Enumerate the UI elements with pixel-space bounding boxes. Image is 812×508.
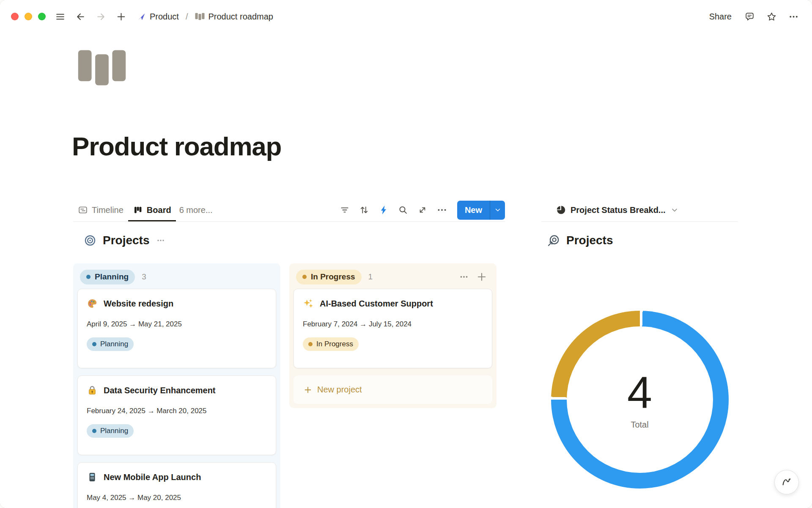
view-tabs-bar: Timeline Board 6 more... <box>73 199 505 222</box>
column-status-pill[interactable]: In Progress <box>296 270 362 284</box>
app-window: Product / Product roadmap Share <box>0 0 812 508</box>
panel-header[interactable]: Project Status Breakd... <box>541 199 738 222</box>
breadcrumb-page-label: Product roadmap <box>208 12 273 22</box>
card-dates: February 24, 2025 → March 20, 2025 <box>87 407 267 415</box>
new-dropdown-button[interactable] <box>490 201 505 220</box>
card-title: Website redesign <box>104 299 173 309</box>
expand-icon <box>417 204 428 215</box>
breadcrumb: Product / Product roadmap <box>134 10 276 23</box>
status-dot <box>308 342 313 346</box>
dart-icon <box>137 12 146 21</box>
donut-total-label: Total <box>631 420 648 430</box>
column-more-button[interactable] <box>457 270 471 284</box>
sidebar-toggle-button[interactable] <box>52 9 68 24</box>
filter-icon <box>339 204 350 215</box>
status-dot <box>92 429 96 433</box>
tab-more-views[interactable]: 6 more... <box>176 199 216 221</box>
new-button[interactable]: New <box>457 201 490 220</box>
notion-ai-button[interactable] <box>774 470 799 494</box>
map-icon <box>195 13 205 20</box>
more-options-button[interactable] <box>786 9 801 24</box>
minimize-window-button[interactable] <box>25 13 32 20</box>
palette-icon <box>87 298 98 309</box>
search-icon <box>398 204 409 215</box>
tab-more-label: 6 more... <box>179 205 213 215</box>
status-badge: Planning <box>87 424 134 438</box>
comment-icon <box>744 11 755 22</box>
card-dates: May 4, 2025 → May 20, 2025 <box>87 494 267 502</box>
status-breakdown-panel: Project Status Breakd... Projects 4 Tota… <box>541 199 738 489</box>
donut-total-value: 4 <box>627 370 652 415</box>
ai-face-icon <box>780 476 793 489</box>
sparkles-icon <box>303 298 314 309</box>
expand-button[interactable] <box>414 202 431 218</box>
search-button[interactable] <box>395 202 411 218</box>
section-more-button[interactable] <box>156 235 166 246</box>
status-label: Planning <box>100 340 128 348</box>
board-column-in-progress: In Progress 1 AI-Bas <box>289 263 497 408</box>
chevron-down-icon <box>494 206 502 214</box>
chart-section-title: Projects <box>566 234 613 247</box>
forward-button[interactable] <box>93 9 108 24</box>
lightning-icon <box>378 204 389 215</box>
page-title: Product roadmap <box>72 131 281 161</box>
ellipsis-icon <box>436 204 447 215</box>
status-label: In Progress <box>316 340 353 348</box>
new-project-button[interactable]: New project <box>294 375 492 404</box>
view-more-button[interactable] <box>433 202 450 218</box>
favorite-button[interactable] <box>764 9 779 24</box>
column-status-pill[interactable]: Planning <box>80 270 135 284</box>
project-card[interactable]: Data Security Enhancement February 24, 2… <box>77 375 276 455</box>
filter-button[interactable] <box>336 202 353 218</box>
ellipsis-icon <box>788 11 799 22</box>
project-card[interactable]: AI-Based Customer Support February 7, 20… <box>294 289 492 368</box>
zoom-window-button[interactable] <box>38 13 46 20</box>
card-dates: February 7, 2024 → July 15, 2024 <box>303 320 483 329</box>
back-button[interactable] <box>73 9 88 24</box>
ellipsis-icon <box>156 235 166 246</box>
column-header: In Progress 1 <box>294 268 492 286</box>
view-toolbar: New <box>336 201 505 220</box>
status-badge: In Progress <box>303 337 359 351</box>
tab-timeline[interactable]: Timeline <box>73 199 128 221</box>
column-add-button[interactable] <box>475 270 489 284</box>
column-status-label: In Progress <box>311 272 355 282</box>
chart-section-header: Projects <box>547 234 738 247</box>
status-donut-chart[interactable]: 4 Total <box>551 311 729 489</box>
board-column-planning: Planning 3 Website redesign April 9, 202… <box>73 263 280 508</box>
arrow-right-icon <box>96 11 106 22</box>
automations-button[interactable] <box>375 202 392 218</box>
card-title: New Mobile App Launch <box>104 472 201 482</box>
chevron-down-icon <box>670 206 679 214</box>
plus-icon <box>303 385 313 395</box>
breadcrumb-space-label: Product <box>150 12 179 22</box>
tab-board[interactable]: Board <box>128 199 176 221</box>
plus-icon <box>476 271 487 282</box>
pie-chart-icon <box>556 205 566 215</box>
panel-title: Project Status Breakd... <box>571 205 666 215</box>
board-section-title: Projects <box>103 234 150 247</box>
lock-icon <box>87 385 98 396</box>
card-title: Data Security Enhancement <box>104 386 216 395</box>
timeline-view-icon <box>78 205 88 215</box>
tab-timeline-label: Timeline <box>92 205 123 215</box>
kanban-board: Planning 3 Website redesign April 9, 202… <box>73 263 505 508</box>
board-section-header: Projects <box>83 234 505 247</box>
column-header: Planning 3 <box>77 268 276 286</box>
project-card[interactable]: Website redesign April 9, 2025 → May 21,… <box>77 289 276 368</box>
card-dates: April 9, 2025 → May 21, 2025 <box>87 320 267 329</box>
comments-button[interactable] <box>742 9 757 24</box>
close-window-button[interactable] <box>11 13 19 20</box>
sort-button[interactable] <box>356 202 373 218</box>
sort-icon <box>359 204 370 215</box>
page-icon-map[interactable] <box>77 49 127 86</box>
new-button-group: New <box>457 201 505 220</box>
star-icon <box>766 11 777 22</box>
hamburger-icon <box>55 11 66 22</box>
breadcrumb-space[interactable]: Product <box>134 10 181 23</box>
new-tab-button[interactable] <box>113 9 129 24</box>
breadcrumb-page[interactable]: Product roadmap <box>192 10 276 23</box>
share-button[interactable]: Share <box>706 9 735 24</box>
status-dot <box>92 342 96 346</box>
project-card[interactable]: New Mobile App Launch May 4, 2025 → May … <box>77 462 276 508</box>
